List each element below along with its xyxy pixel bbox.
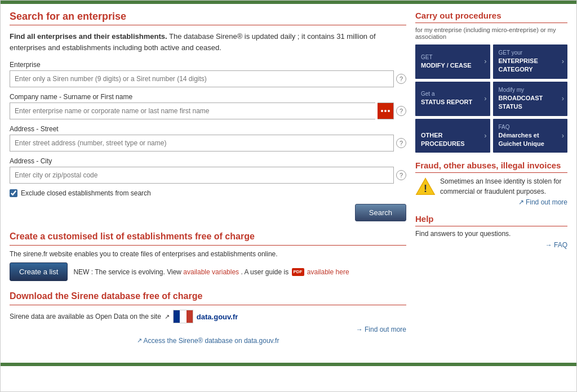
access-link-label: Access the Sirene® database on data.gouv… <box>144 337 279 345</box>
help-faq-link[interactable]: → FAQ <box>545 241 567 249</box>
address-city-label: Address - City <box>10 157 406 165</box>
list-divider <box>10 245 406 246</box>
enterprise-category-arrow: › <box>562 56 564 66</box>
sidebar-column: Carry out procedures for my entreprise (… <box>415 11 567 351</box>
dots-button[interactable] <box>378 103 394 119</box>
ext-icon: ↗ <box>165 313 170 320</box>
exclude-closed-row: Exclude closed establishments from searc… <box>10 189 406 197</box>
find-more-link[interactable]: → Find out more <box>10 326 406 333</box>
address-street-field-group: Address - Street ? <box>10 125 406 152</box>
data-gouv-link[interactable]: data.gouv.fr <box>197 313 238 321</box>
procedures-title: Carry out procedures <box>415 11 567 23</box>
list-section-title: Create a customised list of establishmen… <box>10 231 406 242</box>
broadcast-status-top: Modify my <box>499 86 562 94</box>
enterprise-help-icon[interactable]: ? <box>396 74 406 84</box>
exclude-closed-label[interactable]: Exclude closed establishments from searc… <box>21 189 151 197</box>
list-section: Create a customised list of establishmen… <box>10 231 406 281</box>
broadcast-status-button[interactable]: Modify my BROADCOAST STATUS › <box>493 82 568 116</box>
other-procedures-button[interactable]: OTHER PROCEDURES › <box>415 119 490 153</box>
main-column: Search for an enterprise Find all enterp… <box>10 11 406 351</box>
help-text: Find answers to your questions. <box>415 230 567 238</box>
intro-paragraph: Find all enterprises and their establish… <box>10 31 406 53</box>
status-report-top: Get a <box>421 90 485 98</box>
enterprise-label: Enterprise <box>10 61 406 69</box>
list-section-text: The sirene.fr website enables you to cre… <box>10 250 406 258</box>
procedure-grid: GET MODIFY / CEASE › GET your ENTERPRISE… <box>415 44 567 153</box>
exclude-closed-checkbox[interactable] <box>10 189 17 197</box>
search-title: Search for an enterprise <box>10 11 406 25</box>
address-city-help-icon[interactable]: ? <box>396 170 406 180</box>
note-guide: . A user guide is <box>241 268 288 276</box>
enterprise-category-top: GET your <box>499 49 562 57</box>
company-name-label: Company name - Surname or First name <box>10 93 406 101</box>
intro-strong: Find all enterprises and their establish… <box>10 32 167 41</box>
address-street-field-row: ? <box>10 135 406 152</box>
fraud-content: ! Sometimes an Insee identity is stolen … <box>415 176 567 197</box>
bottom-bar <box>1 363 576 366</box>
svg-text:!: ! <box>424 183 427 194</box>
download-text-row: Sirene data are available as Open Data o… <box>10 310 406 323</box>
address-city-field-group: Address - City ? <box>10 157 406 184</box>
pdf-icon: PDF <box>292 268 304 276</box>
download-section-title: Download the Sirene database free of cha… <box>10 291 406 301</box>
search-button-row: Search <box>10 204 406 221</box>
status-report-button[interactable]: Get a STATUS REPORT › <box>415 82 490 116</box>
enterprise-field-row: ? <box>10 70 406 87</box>
other-procedures-top <box>421 123 485 131</box>
fraud-description: Sometimes an Insee identity is stolen fo… <box>440 176 567 197</box>
flag-red <box>187 310 193 323</box>
modify-cease-arrow: › <box>484 56 486 66</box>
address-city-input[interactable] <box>10 167 394 184</box>
access-sirene-link[interactable]: ↗ Access the Sirene® database on data.go… <box>10 337 406 345</box>
page-wrapper: Search for an enterprise Find all enterp… <box>0 0 577 392</box>
help-title: Help <box>415 214 567 226</box>
status-report-main: STATUS REPORT <box>421 98 485 106</box>
faq-procedures-top: FAQ <box>499 123 562 131</box>
enterprise-category-main: ENTERPRISE CATEGORY <box>499 57 562 74</box>
download-section: Download the Sirene database free of cha… <box>10 291 406 345</box>
modify-cease-top: GET <box>421 54 485 61</box>
enterprise-field-group: Enterprise ? <box>10 61 406 87</box>
french-flag <box>173 310 193 323</box>
note-new: NEW : The service is evolving. View <box>73 268 181 276</box>
flag-blue <box>174 310 180 323</box>
fraud-find-out-more-label: Find out more <box>526 198 567 206</box>
other-procedures-main: OTHER PROCEDURES <box>421 131 485 149</box>
download-divider <box>10 305 406 305</box>
enterprise-input[interactable] <box>10 70 394 87</box>
ext-link-icon-fraud: ↗ <box>518 198 524 206</box>
fraud-title: Fraud, other abuses, illegal invoices <box>415 161 567 173</box>
available-variables-link[interactable]: available variables <box>183 268 239 276</box>
flag-white <box>180 310 186 323</box>
fraud-find-out-more-link[interactable]: ↗ Find out more <box>415 198 567 206</box>
broadcast-status-main: BROADCOAST STATUS <box>499 94 562 112</box>
content-area: Search for an enterprise Find all enterp… <box>1 4 576 358</box>
status-report-arrow: › <box>484 93 486 104</box>
fraud-section: Fraud, other abuses, illegal invoices ! … <box>415 161 567 206</box>
procedures-section: Carry out procedures for my entreprise (… <box>415 11 567 153</box>
company-name-help-icon[interactable]: ? <box>396 106 406 116</box>
address-street-help-icon[interactable]: ? <box>396 138 406 148</box>
other-procedures-arrow: › <box>484 131 486 141</box>
help-section: Help Find answers to your questions. → F… <box>415 214 567 249</box>
create-list-note: NEW : The service is evolving. View avai… <box>73 267 349 277</box>
download-text-label: Sirene data are available as Open Data o… <box>10 313 161 320</box>
address-street-input[interactable] <box>10 135 394 152</box>
modify-cease-button[interactable]: GET MODIFY / CEASE › <box>415 44 490 79</box>
enterprise-category-button[interactable]: GET your ENTERPRISE CATEGORY › <box>493 44 568 79</box>
warning-icon: ! <box>415 176 436 197</box>
faq-procedures-button[interactable]: FAQ Démarches et Guichet Unique › <box>493 119 568 153</box>
faq-procedures-main: Démarches et Guichet Unique <box>499 131 562 149</box>
create-list-button[interactable]: Create a list <box>10 262 68 281</box>
company-name-field-group: Company name - Surname or First name ? <box>10 93 406 119</box>
company-name-input[interactable] <box>10 103 375 119</box>
dots-icon <box>381 110 390 112</box>
address-city-field-row: ? <box>10 167 406 184</box>
create-list-area: Create a list NEW : The service is evolv… <box>10 262 406 281</box>
ext-link-icon: ↗ <box>137 337 142 345</box>
available-here-link[interactable]: available here <box>307 268 349 276</box>
search-button[interactable]: Search <box>355 204 406 221</box>
address-street-label: Address - Street <box>10 125 406 133</box>
modify-cease-main: MODIFY / CEASE <box>421 61 485 70</box>
company-name-field-row: ? <box>10 103 406 119</box>
